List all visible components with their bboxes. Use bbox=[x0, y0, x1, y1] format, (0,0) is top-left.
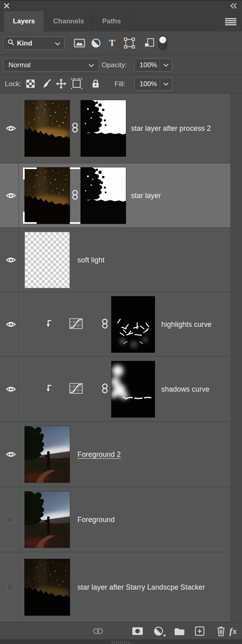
clipping-mask-arrow-icon bbox=[45, 319, 52, 330]
layer-name[interactable]: highlights curve bbox=[161, 320, 212, 328]
layer-row[interactable]: Foreground 2 bbox=[0, 422, 230, 487]
blend-mode-value: Normal bbox=[8, 61, 31, 69]
visibility-cell bbox=[0, 357, 19, 421]
eye-visibility-icon[interactable] bbox=[5, 450, 17, 459]
lock-transparent-pixels-icon[interactable] bbox=[26, 79, 35, 89]
panel-menu-icon[interactable] bbox=[225, 18, 236, 25]
tab-paths-label: Paths bbox=[102, 17, 121, 25]
tab-layers[interactable]: Layers bbox=[4, 11, 44, 31]
lock-label: Lock: bbox=[5, 80, 21, 88]
new-layer-icon[interactable] bbox=[194, 626, 205, 636]
lock-artboard-icon[interactable] bbox=[71, 78, 83, 89]
mask-link-icon[interactable] bbox=[100, 383, 109, 396]
transparent-checker-thumbnail[interactable] bbox=[25, 232, 70, 288]
mask-link-icon[interactable] bbox=[71, 189, 79, 202]
layer-name[interactable]: star layer after process 2 bbox=[131, 124, 211, 132]
fill-value: 100% bbox=[135, 80, 157, 88]
lock-all-icon[interactable] bbox=[91, 79, 100, 89]
soft-blobs-mask-thumbnail[interactable] bbox=[111, 361, 155, 417]
opacity-input[interactable]: 100% bbox=[134, 58, 172, 72]
layer-row[interactable]: highlights curve bbox=[0, 292, 230, 357]
visibility-cell bbox=[0, 292, 19, 356]
new-group-icon[interactable] bbox=[174, 626, 185, 636]
chevron-down-icon[interactable] bbox=[160, 59, 172, 71]
mask-link-icon[interactable] bbox=[100, 318, 109, 331]
layer-row[interactable]: shadows curve bbox=[0, 357, 230, 422]
fill-input[interactable]: 100% bbox=[134, 77, 172, 91]
curves-adjustment-icon[interactable] bbox=[69, 383, 83, 395]
filter-kind-label: Kind bbox=[17, 39, 32, 47]
lock-position-icon[interactable] bbox=[56, 78, 67, 89]
selection-corner-bracket bbox=[23, 212, 37, 224]
eye-visibility-icon[interactable] bbox=[5, 124, 17, 133]
panel-resize-grip[interactable] bbox=[112, 641, 130, 644]
layer-name[interactable]: Foreground 2 bbox=[77, 450, 121, 458]
blend-mode-dropdown[interactable]: Normal bbox=[3, 58, 99, 72]
night-sky-dark-thumbnail[interactable] bbox=[25, 559, 70, 615]
lock-bar: Lock: Fill: 100% bbox=[0, 74, 242, 93]
type-layer-filter-icon[interactable]: T bbox=[107, 38, 117, 48]
curves-adjustment-icon[interactable] bbox=[69, 318, 83, 330]
visibility-cell bbox=[0, 422, 19, 487]
chevron-down-icon[interactable] bbox=[160, 78, 172, 90]
tab-channels-label: Channels bbox=[53, 17, 84, 25]
visibility-cell bbox=[0, 228, 19, 292]
add-layer-mask-icon[interactable] bbox=[132, 626, 143, 636]
close-icon[interactable] bbox=[4, 3, 10, 9]
new-adjustment-layer-icon[interactable] bbox=[154, 626, 163, 636]
layer-name[interactable]: shadows curve bbox=[161, 385, 209, 393]
tab-layers-label: Layers bbox=[13, 17, 35, 25]
smart-object-filter-icon[interactable] bbox=[144, 38, 155, 48]
visibility-cell bbox=[0, 487, 19, 552]
layer-row[interactable]: soft light bbox=[0, 228, 230, 292]
visibility-checkbox-empty[interactable] bbox=[7, 516, 14, 523]
link-layers-icon[interactable] bbox=[92, 627, 104, 635]
blend-mode-bar: Normal Opacity: 100% bbox=[0, 55, 242, 74]
tree-silhouette-mask-thumbnail[interactable] bbox=[81, 167, 126, 224]
visibility-cell bbox=[0, 163, 19, 227]
selection-corner-bracket bbox=[23, 167, 37, 180]
chevron-down-icon bbox=[55, 39, 60, 47]
tab-channels[interactable]: Channels bbox=[44, 11, 94, 31]
fx-label: fx bbox=[229, 626, 237, 636]
layer-row[interactable]: star layer after Starry Landscpe Stacker bbox=[0, 552, 230, 622]
clipping-mask-arrow-icon bbox=[45, 384, 52, 394]
opacity-value: 100% bbox=[135, 61, 157, 69]
layers-panel-toolbar: fx bbox=[0, 622, 242, 640]
eye-visibility-icon[interactable] bbox=[5, 320, 17, 329]
delete-layer-icon[interactable] bbox=[216, 626, 226, 637]
mask-link-icon[interactable] bbox=[71, 122, 79, 135]
dusk-landscape-thumbnail[interactable] bbox=[25, 426, 70, 483]
panel-tab-bar: Layers Channels Paths bbox=[0, 11, 242, 31]
chevron-down-icon bbox=[89, 61, 94, 69]
layer-name[interactable]: Foreground bbox=[77, 515, 115, 524]
fill-label: Fill: bbox=[115, 80, 125, 88]
layer-row[interactable]: Foreground bbox=[0, 487, 230, 552]
layer-row[interactable]: star layer after process 2 bbox=[0, 93, 230, 163]
layers-panel: Layers Channels Paths Kind T bbox=[0, 0, 242, 644]
collapse-panel-icon[interactable] bbox=[230, 3, 237, 9]
eye-visibility-icon[interactable] bbox=[5, 385, 17, 394]
layer-row[interactable]: star layer bbox=[0, 163, 230, 228]
scribble-marks-mask-thumbnail[interactable] bbox=[111, 296, 155, 353]
layer-filtering-toggle[interactable] bbox=[158, 35, 167, 51]
pixel-layer-filter-icon[interactable] bbox=[74, 39, 85, 47]
layer-name[interactable]: soft light bbox=[77, 256, 104, 264]
filter-kind-dropdown[interactable]: Kind bbox=[3, 37, 65, 50]
visibility-cell bbox=[0, 93, 19, 163]
panel-resize-bar bbox=[0, 640, 242, 644]
visibility-checkbox-empty[interactable] bbox=[7, 584, 14, 591]
dusk-landscape-thumbnail[interactable] bbox=[25, 491, 70, 548]
layer-filter-bar: Kind T bbox=[0, 31, 242, 55]
shape-layer-filter-icon[interactable] bbox=[123, 37, 136, 49]
layer-name[interactable]: star layer bbox=[131, 191, 161, 200]
lock-image-pixels-icon[interactable] bbox=[40, 78, 51, 89]
eye-visibility-icon[interactable] bbox=[5, 191, 17, 200]
adjustment-layer-filter-icon[interactable] bbox=[91, 38, 101, 48]
search-icon bbox=[8, 39, 14, 47]
tree-silhouette-mask-thumbnail[interactable] bbox=[81, 100, 126, 157]
layer-name[interactable]: star layer after Starry Landscpe Stacker bbox=[77, 583, 205, 591]
night-sky-thumbnail[interactable] bbox=[25, 100, 70, 157]
eye-visibility-icon[interactable] bbox=[5, 256, 17, 264]
tab-paths[interactable]: Paths bbox=[93, 11, 130, 31]
